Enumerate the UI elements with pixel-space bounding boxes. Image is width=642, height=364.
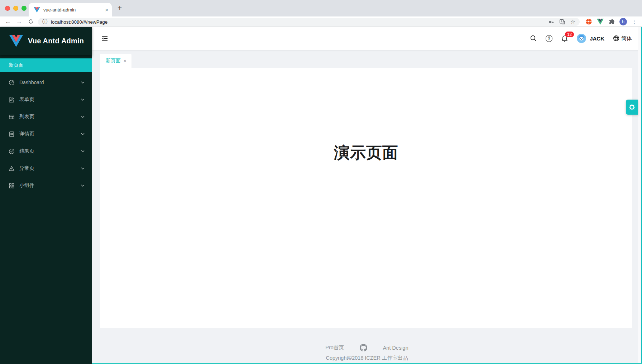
app-logo[interactable]: Vue Antd Admin [0,27,92,55]
gear-icon [628,103,636,111]
chevron-down-icon [81,81,85,83]
sidebar-item-label: 列表页 [19,114,34,120]
chevron-down-icon [81,116,85,118]
profile-icon [9,131,15,137]
username-label: JACK [590,35,604,42]
scrollbar[interactable] [638,27,641,363]
github-icon[interactable] [360,344,367,351]
extension-vue-devtools-icon[interactable] [597,19,604,25]
browser-tab-bar: vue-antd-admin × + [0,0,642,16]
window-minimize-button[interactable] [13,6,18,11]
chevron-down-icon [81,133,85,135]
dashboard-icon [9,80,15,86]
sidebar-item-label: 异常页 [19,165,34,172]
screen: vue-antd-admin × + ← → ⓘ localhost:8080/… [0,0,642,364]
address-bar[interactable]: ⓘ localhost:8080/#/newPage [38,18,580,26]
notification-badge: 12 [565,31,574,38]
sidebar-item-label: Dashboard [19,80,44,85]
site-info-icon[interactable]: ⓘ [42,19,47,25]
translate-icon[interactable] [559,19,565,25]
browser-tab[interactable]: vue-antd-admin × [29,3,112,16]
page-tab-close-icon[interactable]: × [124,58,126,63]
sidebar-menu: Dashboard 表单页 [0,74,92,194]
extension-dart-icon[interactable] [585,18,592,25]
sidebar-item-newpage-active[interactable]: 新页面 [0,58,92,72]
page-title: 演示页面 [100,68,632,163]
back-icon[interactable]: ← [5,19,11,25]
footer-copyright: Copyright©2018 ICZER 工作室出品 [92,355,642,361]
browser-tab-title: vue-antd-admin [43,7,102,13]
sidebar: Vue Antd Admin 新页面 Dashboard [0,27,92,364]
sidebar-item-label: 表单页 [19,96,34,103]
avatar [577,34,586,43]
extension-area: h ⋮ [585,16,637,27]
check-circle-icon [9,148,15,154]
content-card: 演示页面 [100,68,632,328]
sidebar-item-label: 结果页 [19,148,34,154]
app-header: ? 12 [92,27,642,50]
window-zoom-button[interactable] [21,6,27,11]
reload-icon[interactable] [28,19,34,24]
footer-link-ant-design[interactable]: Ant Design [383,345,408,351]
header-actions: ? 12 [530,34,642,43]
sidebar-item-forms[interactable]: 表单页 [0,91,92,108]
password-key-icon[interactable] [548,19,554,25]
notifications-button[interactable]: 12 [561,35,568,42]
sidebar-item-label: 小组件 [19,182,34,189]
table-icon [9,114,15,120]
globe-icon [613,35,619,42]
language-label: 简体 [621,35,632,42]
vue-logo-icon [9,35,23,47]
sidebar-item-widgets[interactable]: 小组件 [0,177,92,194]
page-tab-strip: 新页面 × [92,50,642,68]
user-menu[interactable]: JACK [577,34,604,43]
chevron-down-icon [81,99,85,101]
tab-close-icon[interactable]: × [105,7,108,13]
window-close-button[interactable] [5,6,10,11]
sidebar-item-results[interactable]: 结果页 [0,143,92,160]
form-icon [9,97,15,103]
page-tab-newpage[interactable]: 新页面 × [100,54,131,68]
theme-settings-button[interactable] [626,100,638,115]
workspace: 新页面 × 演示页面 Pro首页 Ant Design Copyright©20… [92,50,642,364]
search-icon[interactable] [530,35,537,42]
page-tab-label: 新页面 [106,58,121,64]
bookmark-star-icon[interactable]: ☆ [570,19,575,25]
block-icon [9,183,15,189]
sidebar-item-dashboard[interactable]: Dashboard [0,74,92,91]
sidebar-item-exceptions[interactable]: 异常页 [0,160,92,177]
extensions-puzzle-icon[interactable] [608,19,615,25]
sidebar-item-details[interactable]: 详情页 [0,125,92,143]
language-switcher[interactable]: 简体 [613,35,632,42]
chevron-down-icon [81,150,85,152]
url-text[interactable]: localhost:8080/#/newPage [51,19,548,25]
browser-toolbar: ← → ⓘ localhost:8080/#/newPage [0,16,642,27]
menu-fold-icon[interactable] [101,35,109,42]
forward-icon[interactable]: → [16,19,22,25]
sidebar-item-lists[interactable]: 列表页 [0,108,92,125]
page-footer: Pro首页 Ant Design Copyright©2018 ICZER 工作… [92,328,642,361]
chevron-down-icon [81,185,85,187]
browser-menu-icon[interactable]: ⋮ [632,19,637,25]
chevron-down-icon [81,167,85,169]
help-icon[interactable]: ? [546,35,552,42]
browser-profile-avatar[interactable]: h [619,18,627,25]
sidebar-item-label: 详情页 [19,131,34,137]
vue-favicon-icon [34,7,40,13]
app-title: Vue Antd Admin [28,37,84,45]
new-tab-button[interactable]: + [118,4,122,12]
warning-icon [9,166,15,172]
footer-link-pro-home[interactable]: Pro首页 [325,344,344,351]
